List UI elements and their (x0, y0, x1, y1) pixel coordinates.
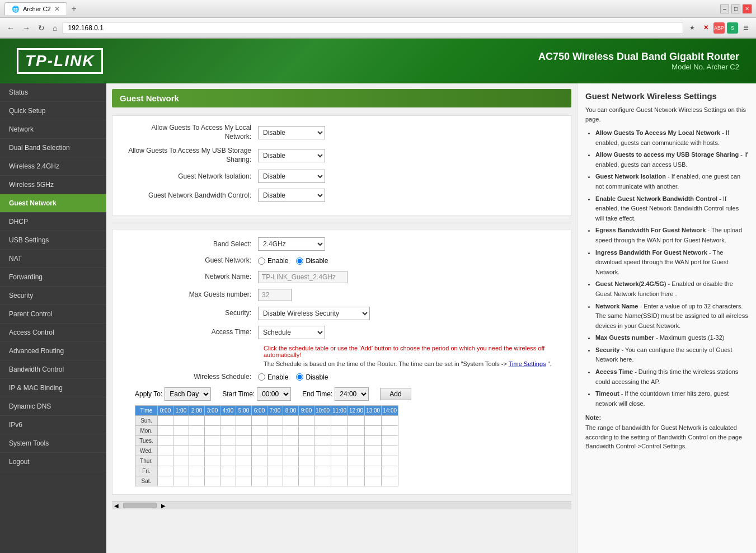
time-slot[interactable] (267, 446, 283, 456)
time-slot[interactable] (283, 456, 299, 466)
apply-to-select[interactable]: Each Day Mon.Tues.Wed. Thur.Fri.Sat.Sun. (165, 387, 211, 401)
sidebar-item-quick-setup[interactable]: Quick Setup (0, 102, 106, 120)
sidebar-item-logout[interactable]: Logout (0, 453, 106, 471)
minimize-btn[interactable]: – (720, 4, 729, 13)
time-slot[interactable] (189, 476, 205, 486)
scrollbar-thumb[interactable] (123, 503, 157, 508)
time-slot[interactable] (283, 476, 299, 486)
sidebar-item-wireless-2.4ghz[interactable]: Wireless 2.4GHz (0, 157, 106, 176)
time-slot[interactable] (158, 466, 173, 476)
time-slot[interactable] (189, 435, 205, 446)
sidebar-item-wireless-5ghz[interactable]: Wireless 5GHz (0, 176, 106, 194)
home-button[interactable]: ⌂ (50, 22, 59, 34)
time-slot[interactable] (252, 466, 267, 476)
forward-button[interactable]: → (20, 22, 32, 34)
end-time-select[interactable]: 24:00 (335, 387, 369, 401)
network-name-input[interactable] (258, 271, 348, 283)
scroll-left-btn[interactable]: ◀ (112, 503, 121, 509)
sidebar-item-forwarding[interactable]: Forwarding (0, 268, 106, 287)
time-slot[interactable] (331, 466, 348, 476)
time-slot[interactable] (299, 446, 314, 456)
time-slot[interactable] (252, 435, 267, 446)
time-slot[interactable] (382, 446, 398, 456)
time-slot[interactable] (365, 456, 382, 466)
ws-disable-label[interactable]: Disable (296, 373, 328, 381)
ws-enable-radio[interactable] (258, 373, 265, 381)
time-slot[interactable] (220, 476, 236, 486)
time-slot[interactable] (173, 446, 189, 456)
time-slot[interactable] (267, 435, 283, 446)
time-slot[interactable] (189, 446, 205, 456)
time-slot[interactable] (173, 456, 189, 466)
time-slot[interactable] (236, 446, 252, 456)
time-slot[interactable] (348, 446, 365, 456)
sidebar-item-nat[interactable]: NAT (0, 250, 106, 268)
time-slot[interactable] (267, 425, 283, 435)
sidebar-item-dual-band-selection[interactable]: Dual Band Selection (0, 139, 106, 157)
time-slot[interactable] (173, 435, 189, 446)
time-slot[interactable] (331, 415, 348, 425)
time-slot[interactable] (314, 456, 331, 466)
time-slot[interactable] (382, 466, 398, 476)
time-slot[interactable] (382, 425, 398, 435)
time-slot[interactable] (365, 415, 382, 425)
sidebar-item-network[interactable]: Network (0, 120, 106, 139)
sidebar-item-bandwidth-control[interactable]: Bandwidth Control (0, 360, 106, 379)
time-slot[interactable] (314, 425, 331, 435)
time-slot[interactable] (173, 415, 189, 425)
sidebar-item-guest-network[interactable]: Guest Network (0, 194, 106, 213)
time-slot[interactable] (252, 476, 267, 486)
allow-local-select[interactable]: DisableEnable (258, 126, 325, 139)
sidebar-item-security[interactable]: Security (0, 287, 106, 305)
guest-disable-label[interactable]: Disable (296, 257, 328, 265)
time-slot[interactable] (205, 466, 220, 476)
time-slot[interactable] (205, 446, 220, 456)
sidebar-item-access-control[interactable]: Access Control (0, 324, 106, 342)
time-slot[interactable] (220, 435, 236, 446)
time-slot[interactable] (382, 476, 398, 486)
time-slot[interactable] (314, 476, 331, 486)
time-slot[interactable] (283, 425, 299, 435)
band-select-select[interactable]: 2.4GHz5GHz (258, 237, 325, 251)
bottom-scrollbar[interactable]: ◀ ▶ (112, 502, 571, 509)
time-slot[interactable] (158, 435, 173, 446)
time-slot[interactable] (348, 435, 365, 446)
time-slot[interactable] (252, 456, 267, 466)
time-settings-link[interactable]: Time Settings (509, 360, 546, 367)
time-slot[interactable] (331, 456, 348, 466)
time-slot[interactable] (158, 446, 173, 456)
time-slot[interactable] (299, 415, 314, 425)
start-time-select[interactable]: 00:00 (257, 387, 291, 401)
time-slot[interactable] (382, 435, 398, 446)
time-slot[interactable] (252, 446, 267, 456)
time-slot[interactable] (348, 466, 365, 476)
time-slot[interactable] (348, 456, 365, 466)
ws-disable-radio[interactable] (296, 373, 303, 381)
time-slot[interactable] (299, 456, 314, 466)
back-button[interactable]: ← (4, 22, 17, 34)
time-slot[interactable] (283, 435, 299, 446)
time-slot[interactable] (382, 456, 398, 466)
time-slot[interactable] (299, 466, 314, 476)
time-slot[interactable] (205, 415, 220, 425)
browser-tab[interactable]: 🌐 Archer C2 ✕ (4, 2, 67, 15)
sidebar-item-dynamic-dns[interactable]: Dynamic DNS (0, 397, 106, 416)
time-slot[interactable] (348, 476, 365, 486)
time-slot[interactable] (348, 415, 365, 425)
close-btn[interactable]: ✕ (743, 4, 752, 13)
sidebar-item-dhcp[interactable]: DHCP (0, 213, 106, 231)
new-tab-btn[interactable]: + (72, 4, 77, 14)
sidebar-item-advanced-routing[interactable]: Advanced Routing (0, 342, 106, 360)
time-slot[interactable] (331, 446, 348, 456)
time-slot[interactable] (283, 446, 299, 456)
time-slot[interactable] (189, 456, 205, 466)
time-slot[interactable] (299, 435, 314, 446)
guest-enable-label[interactable]: Enable (258, 257, 288, 265)
sidebar-item-status[interactable]: Status (0, 83, 106, 102)
address-bar[interactable] (63, 22, 683, 34)
time-slot[interactable] (382, 415, 398, 425)
guest-enable-radio[interactable] (258, 257, 265, 265)
time-slot[interactable] (283, 466, 299, 476)
sidebar-item-usb-settings[interactable]: USB Settings (0, 231, 106, 250)
max-guests-input[interactable] (258, 289, 292, 301)
